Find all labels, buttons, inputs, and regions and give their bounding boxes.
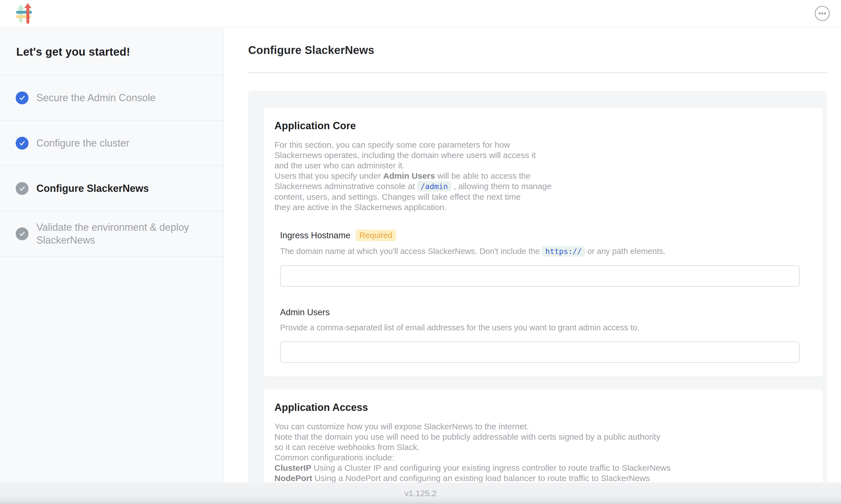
sidebar-title: Let's get you started! bbox=[0, 27, 223, 75]
card-description: For this section, you can specify some c… bbox=[274, 140, 810, 212]
sidebar-step-configure-cluster[interactable]: Configure the cluster bbox=[0, 121, 223, 166]
ingress-hostname-input[interactable] bbox=[280, 266, 800, 287]
field-help-text: The domain name at which you'll access S… bbox=[280, 246, 810, 257]
overflow-menu-button[interactable] bbox=[814, 5, 830, 21]
field-label-row: Ingress Hostname Required bbox=[280, 230, 810, 241]
step-label: Secure the Admin Console bbox=[36, 91, 156, 104]
card-title: Application Access bbox=[274, 402, 810, 413]
field-label: Admin Users bbox=[280, 307, 329, 318]
app-footer: v1.125.2 bbox=[0, 483, 841, 504]
required-badge: Required bbox=[356, 230, 396, 241]
version-label: v1.125.2 bbox=[404, 489, 436, 498]
main-content: Configure SlackerNews Application Core F… bbox=[224, 27, 841, 504]
config-panel: Application Core For this section, you c… bbox=[248, 91, 827, 504]
admin-users-field-group: Admin Users Provide a comma-separated li… bbox=[280, 307, 810, 363]
body-row: Let's get you started! Secure the Admin … bbox=[0, 27, 841, 504]
sidebar-step-configure-slackernews[interactable]: Configure SlackerNews bbox=[0, 166, 223, 211]
app-header bbox=[0, 0, 841, 27]
page-title: Configure SlackerNews bbox=[248, 44, 827, 56]
ingress-hostname-field-group: Ingress Hostname Required The domain nam… bbox=[280, 230, 810, 287]
check-circle-icon bbox=[16, 91, 29, 104]
sidebar-step-validate-deploy[interactable]: Validate the environment & deploy Slacke… bbox=[0, 211, 223, 256]
field-help-text: Provide a comma-separated list of email … bbox=[280, 322, 810, 333]
admin-users-input[interactable] bbox=[280, 342, 800, 363]
check-circle-icon bbox=[16, 228, 29, 240]
ellipsis-icon bbox=[815, 5, 830, 21]
check-circle-icon bbox=[16, 137, 29, 150]
step-label: Configure the cluster bbox=[36, 137, 129, 150]
setup-wizard-page: Let's get you started! Secure the Admin … bbox=[0, 0, 841, 504]
sidebar-step-secure-admin-console[interactable]: Secure the Admin Console bbox=[0, 75, 223, 121]
check-circle-icon bbox=[16, 182, 29, 195]
card-title: Application Core bbox=[274, 120, 810, 132]
application-core-card: Application Core For this section, you c… bbox=[264, 108, 823, 377]
step-label: Validate the environment & deploy Slacke… bbox=[36, 221, 208, 247]
title-divider bbox=[248, 72, 827, 73]
setup-steps-sidebar: Let's get you started! Secure the Admin … bbox=[0, 27, 224, 504]
step-label: Configure SlackerNews bbox=[36, 182, 149, 195]
field-label-row: Admin Users bbox=[280, 307, 810, 318]
field-label: Ingress Hostname bbox=[280, 231, 351, 240]
slackernews-logo-icon bbox=[16, 2, 35, 24]
